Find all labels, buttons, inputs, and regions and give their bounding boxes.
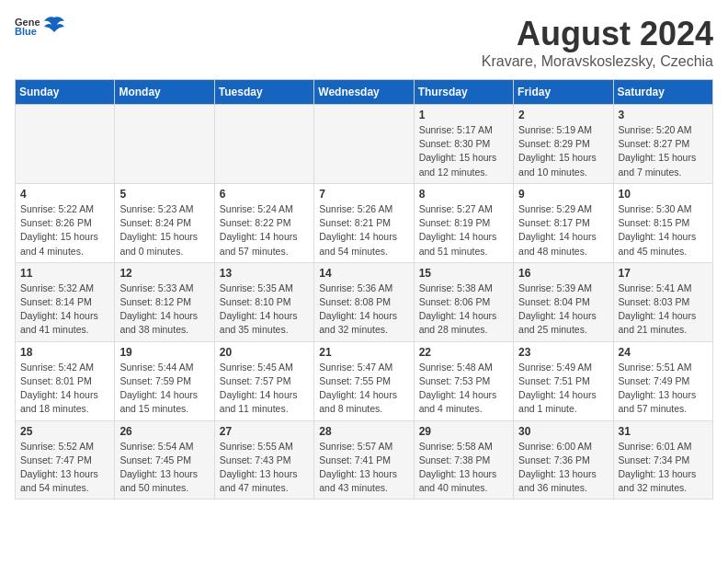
calendar-cell bbox=[214, 105, 313, 184]
day-number: 12 bbox=[119, 267, 209, 280]
day-number: 6 bbox=[220, 188, 309, 201]
calendar-cell: 20Sunrise: 5:45 AM Sunset: 7:57 PM Dayli… bbox=[214, 341, 313, 420]
calendar-cell bbox=[314, 105, 414, 184]
logo: General Blue bbox=[15, 15, 64, 35]
calendar-cell: 14Sunrise: 5:36 AM Sunset: 8:08 PM Dayli… bbox=[314, 262, 414, 341]
page-title: August 2024 bbox=[482, 15, 713, 53]
day-info: Sunrise: 5:27 AM Sunset: 8:19 PM Dayligh… bbox=[419, 202, 508, 259]
day-info: Sunrise: 5:33 AM Sunset: 8:12 PM Dayligh… bbox=[119, 282, 209, 338]
calendar-week-4: 18Sunrise: 5:42 AM Sunset: 8:01 PM Dayli… bbox=[16, 341, 713, 420]
day-number: 26 bbox=[119, 425, 209, 438]
calendar-cell: 25Sunrise: 5:52 AM Sunset: 7:47 PM Dayli… bbox=[16, 420, 115, 500]
calendar-header: Sunday Monday Tuesday Wednesday Thursday… bbox=[16, 80, 713, 105]
day-info: Sunrise: 5:57 AM Sunset: 7:41 PM Dayligh… bbox=[319, 440, 408, 496]
day-number: 20 bbox=[220, 346, 309, 359]
day-number: 22 bbox=[419, 346, 508, 359]
calendar-cell: 23Sunrise: 5:49 AM Sunset: 7:51 PM Dayli… bbox=[514, 341, 613, 420]
calendar-week-5: 25Sunrise: 5:52 AM Sunset: 7:47 PM Dayli… bbox=[16, 420, 713, 500]
day-info: Sunrise: 5:51 AM Sunset: 7:49 PM Dayligh… bbox=[619, 361, 708, 417]
day-info: Sunrise: 5:23 AM Sunset: 8:24 PM Dayligh… bbox=[119, 202, 209, 259]
calendar-cell: 4Sunrise: 5:22 AM Sunset: 8:26 PM Daylig… bbox=[16, 183, 115, 262]
calendar-cell: 27Sunrise: 5:55 AM Sunset: 7:43 PM Dayli… bbox=[214, 420, 313, 500]
day-number: 24 bbox=[619, 346, 708, 359]
calendar-cell: 26Sunrise: 5:54 AM Sunset: 7:45 PM Dayli… bbox=[115, 420, 214, 500]
page-subtitle: Kravare, Moravskoslezsky, Czechia bbox=[482, 53, 713, 70]
day-number: 21 bbox=[319, 346, 408, 359]
calendar-cell: 19Sunrise: 5:44 AM Sunset: 7:59 PM Dayli… bbox=[115, 341, 214, 420]
day-number: 1 bbox=[419, 109, 508, 121]
calendar-cell: 22Sunrise: 5:48 AM Sunset: 7:53 PM Dayli… bbox=[414, 341, 513, 420]
day-info: Sunrise: 5:35 AM Sunset: 8:10 PM Dayligh… bbox=[220, 282, 309, 338]
day-info: Sunrise: 5:48 AM Sunset: 7:53 PM Dayligh… bbox=[419, 361, 508, 417]
logo-icon: General Blue bbox=[15, 15, 40, 35]
calendar-cell: 21Sunrise: 5:47 AM Sunset: 7:55 PM Dayli… bbox=[314, 341, 414, 420]
calendar-cell: 30Sunrise: 6:00 AM Sunset: 7:36 PM Dayli… bbox=[514, 420, 613, 500]
day-number: 14 bbox=[319, 267, 408, 280]
calendar-week-1: 1Sunrise: 5:17 AM Sunset: 8:30 PM Daylig… bbox=[16, 105, 713, 184]
calendar-cell: 3Sunrise: 5:20 AM Sunset: 8:27 PM Daylig… bbox=[613, 105, 712, 184]
title-section: August 2024 Kravare, Moravskoslezsky, Cz… bbox=[482, 15, 713, 70]
col-monday: Monday bbox=[115, 80, 214, 105]
day-info: Sunrise: 5:20 AM Sunset: 8:27 PM Dayligh… bbox=[619, 123, 708, 179]
calendar-cell: 11Sunrise: 5:32 AM Sunset: 8:14 PM Dayli… bbox=[16, 262, 115, 341]
day-number: 16 bbox=[518, 267, 608, 280]
day-number: 17 bbox=[619, 267, 708, 280]
day-number: 25 bbox=[20, 425, 109, 438]
calendar-cell: 17Sunrise: 5:41 AM Sunset: 8:03 PM Dayli… bbox=[613, 262, 712, 341]
day-number: 27 bbox=[220, 425, 309, 438]
day-number: 30 bbox=[518, 425, 608, 438]
day-number: 9 bbox=[518, 188, 608, 201]
calendar-cell: 7Sunrise: 5:26 AM Sunset: 8:21 PM Daylig… bbox=[314, 183, 414, 262]
calendar-week-2: 4Sunrise: 5:22 AM Sunset: 8:26 PM Daylig… bbox=[16, 183, 713, 262]
col-tuesday: Tuesday bbox=[214, 80, 313, 105]
day-info: Sunrise: 6:01 AM Sunset: 7:34 PM Dayligh… bbox=[619, 440, 708, 496]
calendar-cell: 24Sunrise: 5:51 AM Sunset: 7:49 PM Dayli… bbox=[613, 341, 712, 420]
day-number: 19 bbox=[119, 346, 209, 359]
calendar-cell bbox=[16, 105, 115, 184]
day-number: 15 bbox=[419, 267, 508, 280]
day-info: Sunrise: 5:26 AM Sunset: 8:21 PM Dayligh… bbox=[319, 202, 408, 259]
day-info: Sunrise: 5:39 AM Sunset: 8:04 PM Dayligh… bbox=[518, 282, 608, 338]
calendar-cell: 13Sunrise: 5:35 AM Sunset: 8:10 PM Dayli… bbox=[214, 262, 313, 341]
day-info: Sunrise: 5:24 AM Sunset: 8:22 PM Dayligh… bbox=[220, 202, 309, 259]
day-number: 28 bbox=[319, 425, 408, 438]
calendar-week-3: 11Sunrise: 5:32 AM Sunset: 8:14 PM Dayli… bbox=[16, 262, 713, 341]
calendar-cell: 28Sunrise: 5:57 AM Sunset: 7:41 PM Dayli… bbox=[314, 420, 414, 500]
header-row: Sunday Monday Tuesday Wednesday Thursday… bbox=[16, 80, 713, 105]
calendar-cell: 18Sunrise: 5:42 AM Sunset: 8:01 PM Dayli… bbox=[16, 341, 115, 420]
day-info: Sunrise: 5:19 AM Sunset: 8:29 PM Dayligh… bbox=[518, 123, 608, 179]
day-number: 29 bbox=[419, 425, 508, 438]
day-info: Sunrise: 5:22 AM Sunset: 8:26 PM Dayligh… bbox=[20, 202, 109, 259]
header: General Blue August 2024 Kravare, Moravs… bbox=[15, 15, 713, 70]
calendar-cell: 16Sunrise: 5:39 AM Sunset: 8:04 PM Dayli… bbox=[514, 262, 613, 341]
day-info: Sunrise: 5:54 AM Sunset: 7:45 PM Dayligh… bbox=[119, 440, 209, 496]
day-info: Sunrise: 5:30 AM Sunset: 8:15 PM Dayligh… bbox=[619, 202, 708, 259]
page-container: General Blue August 2024 Kravare, Moravs… bbox=[15, 15, 713, 500]
calendar-cell: 12Sunrise: 5:33 AM Sunset: 8:12 PM Dayli… bbox=[115, 262, 214, 341]
day-info: Sunrise: 5:36 AM Sunset: 8:08 PM Dayligh… bbox=[319, 282, 408, 338]
day-info: Sunrise: 5:52 AM Sunset: 7:47 PM Dayligh… bbox=[20, 440, 109, 496]
day-number: 13 bbox=[220, 267, 309, 280]
calendar-cell: 5Sunrise: 5:23 AM Sunset: 8:24 PM Daylig… bbox=[115, 183, 214, 262]
day-number: 18 bbox=[20, 346, 109, 359]
day-info: Sunrise: 5:29 AM Sunset: 8:17 PM Dayligh… bbox=[518, 202, 608, 259]
day-number: 11 bbox=[20, 267, 109, 280]
day-number: 7 bbox=[319, 188, 408, 201]
day-info: Sunrise: 5:32 AM Sunset: 8:14 PM Dayligh… bbox=[20, 282, 109, 338]
day-info: Sunrise: 5:41 AM Sunset: 8:03 PM Dayligh… bbox=[619, 282, 708, 338]
calendar-cell: 2Sunrise: 5:19 AM Sunset: 8:29 PM Daylig… bbox=[514, 105, 613, 184]
day-info: Sunrise: 5:17 AM Sunset: 8:30 PM Dayligh… bbox=[419, 123, 508, 179]
calendar-cell: 29Sunrise: 5:58 AM Sunset: 7:38 PM Dayli… bbox=[414, 420, 513, 500]
day-info: Sunrise: 5:44 AM Sunset: 7:59 PM Dayligh… bbox=[119, 361, 209, 417]
day-info: Sunrise: 5:38 AM Sunset: 8:06 PM Dayligh… bbox=[419, 282, 508, 338]
day-number: 10 bbox=[619, 188, 708, 201]
day-number: 8 bbox=[419, 188, 508, 201]
day-number: 23 bbox=[518, 346, 608, 359]
col-wednesday: Wednesday bbox=[314, 80, 414, 105]
day-number: 5 bbox=[119, 188, 209, 201]
day-info: Sunrise: 5:47 AM Sunset: 7:55 PM Dayligh… bbox=[319, 361, 408, 417]
svg-text:Blue: Blue bbox=[15, 26, 37, 35]
day-number: 31 bbox=[619, 425, 708, 438]
calendar-cell: 31Sunrise: 6:01 AM Sunset: 7:34 PM Dayli… bbox=[613, 420, 712, 500]
col-sunday: Sunday bbox=[16, 80, 115, 105]
